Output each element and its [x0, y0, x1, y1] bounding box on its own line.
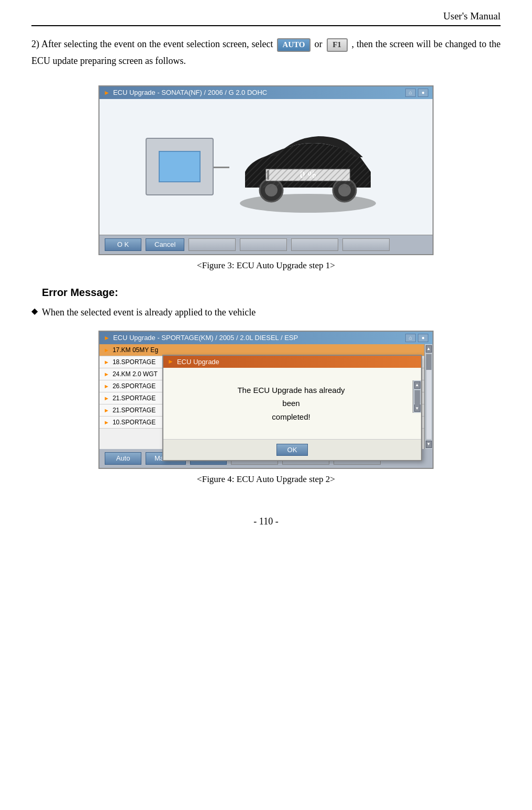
car-progress-area: 0 % [229, 114, 386, 219]
scroll-thumb [426, 354, 431, 370]
camera-2-icon: ● [418, 334, 428, 342]
figure3-title-left: ► ECU Upgrade - SONATA(NF) / 2006 / G 2.… [104, 89, 267, 96]
figure4-container: ► ECU Upgrade - SPORTAGE(KM) / 2005 / 2.… [31, 331, 501, 485]
intro-paragraph: 2) After selecting the event on the even… [31, 36, 501, 70]
title-arrow-icon: ► [104, 89, 110, 96]
header-title: User's Manual [444, 10, 501, 21]
auto-tab-button[interactable]: Auto [105, 452, 141, 465]
cancel-button[interactable]: Cancel [146, 238, 184, 251]
figure3-titlebar: ► ECU Upgrade - SONATA(NF) / 2006 / G 2.… [99, 86, 433, 99]
error-dialog: ► ECU Upgrade The ECU Upgrade has alread… [162, 355, 422, 462]
figure3-title-text: ECU Upgrade - SONATA(NF) / 2006 / G 2.0 … [113, 89, 267, 96]
figure4-titlebar: ► ECU Upgrade - SPORTAGE(KM) / 2005 / 2.… [99, 332, 433, 344]
svg-point-0 [240, 194, 376, 213]
auto-button[interactable]: AUTO [277, 38, 310, 52]
dialog-msg-line3: completed! [272, 412, 310, 421]
empty-btn-3 [291, 238, 338, 251]
bullet-diamond-icon: ◆ [31, 306, 38, 316]
intro-text-part1: 2) After selecting the event on the even… [31, 39, 273, 49]
dialog-body: The ECU Upgrade has already been complet… [163, 368, 421, 440]
scroll-down-btn[interactable]: ▼ [426, 441, 432, 448]
list-arrow-4-icon: ► [104, 383, 109, 389]
dialog-ok-button[interactable]: OK [276, 444, 308, 456]
empty-btn-1 [189, 238, 236, 251]
dialog-scroll-thumb [415, 390, 420, 406]
home-icon: ⌂ [405, 89, 416, 97]
figure3-main-content: 0 % [99, 99, 433, 235]
dialog-titlebar: ► ECU Upgrade [163, 356, 421, 368]
figure3-caption: <Figure 3: ECU Auto Upgrade step 1> [197, 260, 335, 271]
or-text: or [315, 39, 323, 49]
list-arrow-1-icon: ► [104, 347, 109, 353]
error-title: Error Message: [42, 287, 501, 299]
bullet-item-1: ◆ When the selected event is already app… [31, 305, 501, 320]
title-icon-group: ⌂ ● [405, 89, 428, 97]
ok-button[interactable]: O K [105, 238, 141, 251]
list-arrow-7-icon: ► [104, 419, 109, 425]
device-wrapper [146, 138, 214, 195]
camera-icon: ● [418, 89, 428, 97]
list-arrow-6-icon: ► [104, 407, 109, 413]
error-section: Error Message: ◆ When the selected event… [31, 287, 501, 320]
list-scrollbar[interactable]: ▲ ▼ [424, 344, 433, 449]
list-item-6-text: 21.SPORTAGE [113, 407, 156, 414]
page-number: - 110 - [31, 516, 501, 527]
dialog-msg-line2: been [282, 399, 300, 408]
scroll-track [426, 354, 432, 440]
figure4-title-text: ECU Upgrade - SPORTAGE(KM) / 2005 / 2.0L… [113, 334, 298, 342]
title-icon-group-2: ⌂ ● [405, 334, 428, 342]
dialog-body-wrapper: The ECU Upgrade has already been complet… [163, 368, 421, 440]
list-item-5-text: 21.SPORTAGE [113, 395, 156, 402]
dialog-arrow-icon: ► [168, 358, 174, 365]
dialog-scroll-up-btn[interactable]: ▲ [414, 381, 420, 389]
figure3-container: ► ECU Upgrade - SONATA(NF) / 2006 / G 2.… [31, 85, 501, 271]
list-item-4-text: 26.SPORTAGE [113, 382, 156, 390]
dialog-scrollbar[interactable]: ▲ ▼ [413, 380, 421, 413]
figure4-caption: <Figure 4: ECU Auto Upgrade step 2> [197, 474, 335, 485]
home-2-icon: ⌂ [405, 334, 416, 342]
dialog-msg-line1: The ECU Upgrade has already [237, 386, 345, 395]
page-header: User's Manual [31, 10, 501, 26]
list-arrow-3-icon: ► [104, 371, 109, 377]
scroll-up-btn[interactable]: ▲ [426, 345, 432, 353]
list-arrow-5-icon: ► [104, 395, 109, 401]
diagnostic-device [146, 138, 214, 195]
screen-content-wrapper: ► 17.KM 05MY Eg ► 18.SPORTAGE ► 24.KM 2.… [99, 344, 433, 449]
cable-icon [214, 167, 229, 168]
list-arrow-2-icon: ► [104, 359, 109, 365]
empty-btn-2 [240, 238, 287, 251]
figure4-screen: ► ECU Upgrade - SPORTAGE(KM) / 2005 / 2.… [98, 331, 434, 469]
figure3-footer: O K Cancel [99, 235, 433, 254]
figure3-screen: ► ECU Upgrade - SONATA(NF) / 2006 / G 2.… [98, 85, 434, 255]
figure4-title-left: ► ECU Upgrade - SPORTAGE(KM) / 2005 / 2.… [104, 334, 298, 342]
car-svg: 0 % [229, 114, 386, 219]
device-screen [159, 151, 201, 182]
dialog-footer: OK [163, 439, 421, 460]
dialog-title-text: ECU Upgrade [177, 358, 219, 366]
empty-btn-4 [342, 238, 390, 251]
fi-label: F1 [332, 38, 341, 52]
list-item-2-text: 18.SPORTAGE [113, 358, 156, 366]
dialog-scroll-track [414, 390, 420, 404]
list-area: ► 17.KM 05MY Eg ► 18.SPORTAGE ► 24.KM 2.… [99, 344, 433, 449]
fi-button[interactable]: F1 [327, 38, 348, 52]
bullet-text-1: When the selected event is already appli… [42, 305, 256, 320]
list-item-3-text: 24.KM 2.0 WGT [113, 370, 158, 378]
list-item-1-text: 17.KM 05MY Eg [113, 346, 158, 354]
title-arrow-2-icon: ► [104, 334, 110, 342]
list-item-7-text: 10.SPORTAGE [113, 419, 156, 426]
